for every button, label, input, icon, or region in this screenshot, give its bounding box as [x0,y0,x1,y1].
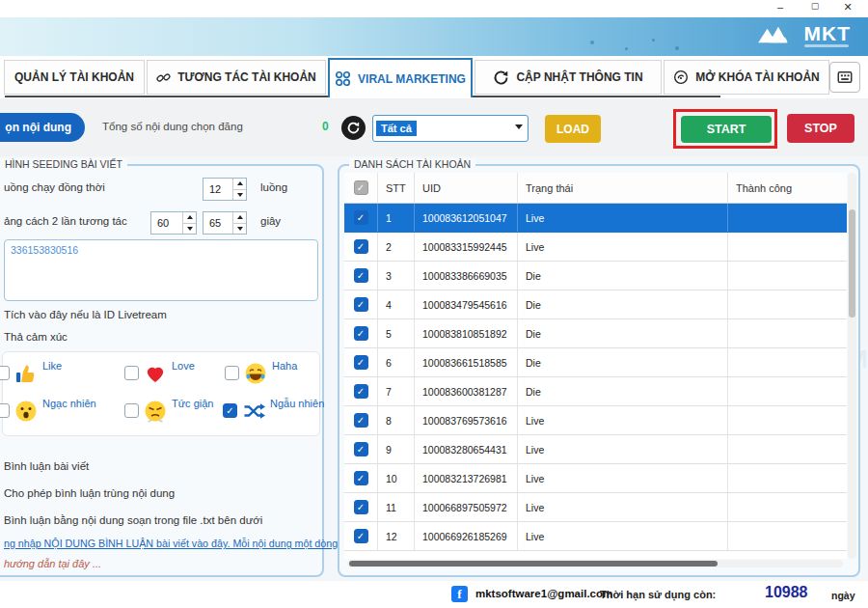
reaction-options-box: Like Love [2,351,320,436]
select-all-checkbox[interactable] [344,173,378,203]
start-highlight-frame: START [673,109,777,149]
tab-mo-khoa-tai-khoan[interactable]: MỞ KHÓA TÀI KHOẢN [664,60,829,95]
cell-success [728,377,847,405]
guide-link[interactable]: hướng dẫn tại đây ... [4,558,101,569]
load-button[interactable]: LOAD [545,115,601,143]
horizontal-scrollbar-thumb[interactable] [349,561,718,567]
horizontal-scrollbar[interactable] [347,560,843,567]
footer: f mktsoftware1@gmail.com Thời hạn sử dụn… [0,581,868,608]
dup-comment-label: Cho phép bình luận trùng nội dung [4,487,175,499]
table-row[interactable]: 8100083769573616Live [344,406,847,435]
gap-max-spinner[interactable]: 65 [203,211,247,235]
table-row[interactable]: 12100066926185269Live [344,522,847,551]
tab-quan-ly-tai-khoan[interactable]: QUẢN LÝ TÀI KHOẢN [4,60,145,95]
vertical-scrollbar[interactable] [848,173,856,559]
row-checkbox[interactable] [344,435,378,463]
select-content-button[interactable]: ọn nội dung [0,113,85,142]
cell-stt: 8 [378,406,415,434]
cell-success [728,233,847,261]
row-checkbox[interactable] [344,290,378,318]
cell-stt: 3 [378,262,415,290]
titlebar: – ▢ ✕ [0,0,868,17]
cell-status: Die [518,377,728,405]
cell-uid: 100083769573616 [415,406,518,434]
maximize-icon[interactable]: ▢ [802,1,827,11]
haha-icon [244,362,267,385]
cell-stt: 11 [378,493,415,521]
cell-uid: 100083479545616 [415,290,518,318]
refresh-button[interactable] [341,116,366,140]
comment-content-link[interactable]: ng nhập NỘI DUNG BÌNH LUẬN bài viết vào … [4,538,338,549]
tab-tuong-tac-tai-khoan[interactable]: TƯƠNG TÁC TÀI KHOẢN [147,60,326,95]
row-checkbox[interactable] [344,204,378,232]
cell-stt: 7 [378,377,415,405]
reaction-haha[interactable]: Haha [225,360,297,385]
tab-label: TƯƠNG TÁC TÀI KHOẢN [177,70,316,84]
row-checkbox[interactable] [344,522,378,550]
cell-status: Live [518,464,728,492]
row-checkbox[interactable] [344,493,378,521]
file-comment-checkbox-row[interactable]: Bình luận bằng nội dung soạn trong file … [4,514,262,526]
keyboard-panel-button[interactable] [829,62,860,93]
reaction-ngac-nhien[interactable]: Ngạc nhiên [0,398,96,423]
fingerprint-icon [673,69,689,85]
tab-label: QUẢN LÝ TÀI KHOẢN [14,70,134,84]
row-checkbox[interactable] [344,319,378,347]
row-checkbox[interactable] [344,406,378,434]
cell-status: Live [518,406,728,434]
cell-success [728,406,847,434]
gap-min-spinner[interactable]: 60 [150,211,197,235]
cell-stt: 5 [378,319,415,347]
account-table: STT UID Trạng thái Thành công 1100083612… [344,173,847,559]
table-row[interactable]: 7100083600381287Die [344,377,847,406]
threads-spinner[interactable]: 12 [203,178,247,201]
start-button[interactable]: START [681,116,772,143]
cell-status: Die [518,262,728,290]
minimize-icon[interactable]: – [768,1,793,13]
table-row[interactable]: 5100083810851892Die [344,319,847,348]
post-id-textarea[interactable]: 336153830516 [4,239,318,301]
reaction-label: Like [42,360,62,372]
table-row[interactable]: 1100083612051047Live [344,204,847,233]
table-row[interactable]: 3100083386669035Die [344,262,847,290]
livestream-checkbox-row[interactable]: Tích vào đây nếu là ID Livetream [4,309,167,320]
tab-viral-marketing[interactable]: VIRAL MARKETING [328,58,473,97]
cell-uid: 100083600381287 [415,377,518,405]
row-checkbox[interactable] [344,464,378,492]
table-row[interactable]: 6100083661518585Die [344,348,847,377]
vertical-scrollbar-thumb[interactable] [849,209,855,318]
cell-success [728,290,847,318]
tab-cap-nhat-thong-tin[interactable]: CẬP NHẬT THÔNG TIN [475,60,662,95]
comment-checkbox-row[interactable]: Bình luận bài viết [4,460,89,472]
reaction-tuc-gian[interactable]: Tức giận [124,398,213,423]
dup-comment-checkbox-row[interactable]: Cho phép bình luận trùng nội dung [4,487,175,499]
reaction-label: Thả cảm xúc [4,331,68,343]
close-icon[interactable]: ✕ [835,1,860,14]
table-row[interactable]: 10100083213726981Live [344,464,847,493]
reaction-label: Ngạc nhiên [42,398,96,409]
table-row[interactable]: 4100083479545616Die [344,290,847,319]
chevron-down-icon [515,124,523,129]
content-filter-select[interactable]: Tất cả [372,115,529,142]
cell-success [728,319,847,347]
cell-stt: 12 [378,522,415,550]
cell-success [728,522,847,550]
reaction-checkbox-row[interactable]: Thả cảm xúc [4,331,68,343]
reaction-like[interactable]: Like [0,360,62,385]
cell-stt: 10 [378,464,415,492]
stop-button[interactable]: STOP [787,114,854,143]
reaction-ngau-nhien[interactable]: Ngẫu nhiên [223,398,324,423]
row-checkbox[interactable] [344,262,378,290]
cell-uid: 100083661518585 [415,348,518,376]
table-row[interactable]: 11100066897505972Live [344,493,847,522]
facebook-icon: f [451,586,468,602]
table-row[interactable]: 2100083315992445Live [344,233,847,262]
row-checkbox[interactable] [344,348,378,376]
row-checkbox[interactable] [344,377,378,405]
table-row[interactable]: 9100083280654431Live [344,435,847,464]
content-filter-value: Tất cả [376,121,417,136]
row-checkbox[interactable] [344,233,378,261]
reaction-love[interactable]: Love [124,360,195,385]
reaction-label: Haha [272,360,297,372]
column-status: Trạng thái [518,173,728,203]
